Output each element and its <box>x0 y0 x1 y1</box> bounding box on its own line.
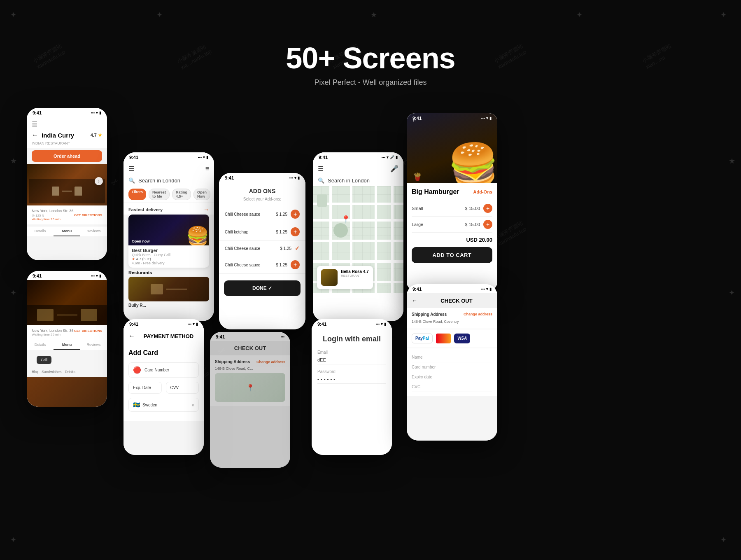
total-price: USD 20.00 <box>412 233 492 247</box>
signal-icon: ▪▪▪ <box>375 322 380 326</box>
tab-reviews[interactable]: Reviews <box>80 340 107 350</box>
email-input[interactable]: dEE <box>317 356 386 364</box>
bbq-tag[interactable]: Bbq <box>32 370 38 374</box>
checkout-title: CHECK OUT <box>210 341 290 355</box>
expiry-field[interactable]: Expiry date <box>412 372 492 382</box>
mic-icon[interactable]: 🎤 <box>390 165 398 173</box>
sandwiches-tag[interactable]: Sandwiches <box>42 370 62 374</box>
fastest-delivery-title: Fastest delivery → <box>124 203 214 215</box>
map-view[interactable]: 📍 Bella Rosa 4.7 RESTURANT <box>313 186 403 293</box>
card-fields: Name Card number Expiry date CVC <box>407 348 497 396</box>
arrow-icon[interactable]: → <box>203 206 209 213</box>
card-number-field[interactable]: 🔴 Card Number <box>128 362 199 378</box>
star-icon: ★ <box>98 133 102 138</box>
burger-subtitle: Quick Bites - Curry Grill <box>132 253 170 257</box>
card-number-field[interactable]: Card number <box>412 362 492 372</box>
addon-add-button[interactable]: + <box>291 260 300 269</box>
filter-rating-button[interactable]: Rating 4.5+ <box>172 189 191 200</box>
filter-row: Filters Nearest to Me Rating 4.5+ Open N… <box>124 186 214 203</box>
back-button[interactable]: ← <box>32 131 38 139</box>
status-bar: 9:41 ▪▪▪ ▾ ▮ <box>124 152 214 161</box>
star-decoration: ★ <box>370 10 377 19</box>
filter-nearest-button[interactable]: Nearest to Me <box>149 189 170 200</box>
addon-add-button[interactable]: + <box>291 210 300 219</box>
hamburger-icon[interactable]: ☰ <box>128 165 134 173</box>
addons-link[interactable]: Add-Ons <box>473 189 492 194</box>
back-button[interactable]: ← <box>128 332 135 340</box>
fries-decoration: 🍟 <box>413 172 422 181</box>
waiting-time: Waiting time 25 min <box>32 217 74 221</box>
payment-title: PAYMENT METHOD <box>138 333 199 339</box>
hamburger-menu[interactable]: ☰ <box>27 117 107 128</box>
status-icons: ▪▪▪ ▾ ▮ <box>481 116 492 120</box>
filter-open-button[interactable]: Open Now <box>193 189 210 200</box>
card-number-label: Card Number <box>144 368 194 372</box>
filter-all-button[interactable]: Filters <box>128 189 146 200</box>
status-time: 9:41 <box>216 334 225 339</box>
search-text[interactable]: Search in London <box>328 177 370 184</box>
wifi-icon: ▾ <box>387 155 389 159</box>
map-restaurant-card[interactable]: Bella Rosa 4.7 RESTURANT <box>317 266 373 289</box>
exp-cvv-row: Exp. Date CVV <box>128 382 199 398</box>
country-field[interactable]: 🇸🇪 Sweden ∨ <box>128 398 199 412</box>
paypal-button[interactable]: PayPal <box>412 334 433 343</box>
cvv-field[interactable]: CVV <box>166 382 199 394</box>
restaurant-thumbnail <box>321 269 338 286</box>
tab-menu[interactable]: Menu <box>54 340 80 350</box>
search-icon: 🔍 <box>318 177 324 184</box>
screen-login: 9:41 ▪▪▪ ▾ ▮ Login with email Email dEE … <box>312 319 392 455</box>
shipping-title: Shipping Address Change address <box>215 359 285 364</box>
wifi-icon: ▾ <box>294 176 296 180</box>
tab-reviews[interactable]: Reviews <box>80 226 107 236</box>
screen-checkout-center: 9:41 ▪▪▪ CHECK OUT Shipping Address Chan… <box>210 332 290 468</box>
search-row[interactable]: 🔍 Search in London <box>313 175 403 186</box>
order-ahead-button[interactable]: Order ahead <box>32 150 102 162</box>
restaurant-info: Bella Rosa 4.7 RESTURANT <box>341 269 369 286</box>
next-arrow[interactable]: › <box>95 177 103 185</box>
drinks-tag[interactable]: Drinks <box>65 370 76 374</box>
add-option-button[interactable]: + <box>483 220 492 229</box>
screen-content: 9:41 ▪▪▪ ▾ ▮ ← 🍔 🍟 Big Hamburger Add-Ons… <box>407 113 497 290</box>
change-address-link[interactable]: Change address <box>256 360 285 364</box>
change-address-link[interactable]: Change address <box>464 312 492 317</box>
addon-add-button[interactable]: + <box>291 227 300 236</box>
tab-menu[interactable]: Menu <box>54 226 80 236</box>
password-input[interactable]: •••••• <box>317 375 386 384</box>
battery-icon: ▮ <box>298 176 300 180</box>
best-burger-card[interactable]: 🍔 Open now Best Burger Quick Bites - Cur… <box>128 215 209 268</box>
hamburger-icon[interactable]: ☰ <box>318 165 324 173</box>
tab-details[interactable]: Details <box>27 340 54 350</box>
exp-date-field[interactable]: Exp. Date <box>128 382 162 394</box>
battery-icon: ▮ <box>99 111 101 115</box>
watermark: 小脑斧资源站xiaonaofu.top <box>493 42 527 70</box>
mastercard-button[interactable] <box>436 334 451 343</box>
restaurant-card[interactable] <box>128 277 209 301</box>
cvc-label: CVC <box>412 385 492 389</box>
restaurant-info: New York, London Str. 36 ◎ 125 ft Waitin… <box>27 205 107 224</box>
address-block: New York, London Str. 36 ◎ 125 ft Waitin… <box>32 209 74 221</box>
search-row[interactable]: 🔍 Search in London <box>124 175 214 186</box>
tab-details[interactable]: Details <box>27 226 54 236</box>
get-directions-button[interactable]: GET DIRECTIONS <box>74 213 102 217</box>
list-icon[interactable]: ≡ <box>205 165 209 173</box>
back-button[interactable]: ← <box>412 297 417 304</box>
map-road <box>313 260 403 263</box>
add-option-button[interactable]: + <box>483 204 492 213</box>
cvc-field[interactable]: CVC <box>412 382 492 392</box>
star-decoration: ✦ <box>10 10 16 19</box>
map-area <box>317 194 327 207</box>
get-directions-button[interactable]: GET DIRECTIONS <box>74 329 102 333</box>
option-small: Small $ 15.00 + <box>412 201 492 217</box>
done-button[interactable]: DONE ✓ <box>224 280 301 296</box>
visa-button[interactable]: VISA <box>454 334 470 343</box>
option-name: Large <box>412 222 465 227</box>
screen-content: 9:41 ▪▪▪ ▾ ▮ ☰ ← India Curry 4.7 ★ INDIA… <box>27 108 107 260</box>
map-pin[interactable]: 📍 <box>341 215 350 224</box>
grill-tab-active[interactable]: Grill <box>37 356 51 364</box>
add-to-cart-button[interactable]: ADD TO CART <box>412 247 492 263</box>
map-road <box>313 240 403 242</box>
search-text[interactable]: Search in London <box>138 177 180 184</box>
add-card-title: Add Card <box>128 349 199 357</box>
addon-name: Chili Cheese sauce <box>225 246 280 251</box>
addon-price: $ 1.25 <box>276 263 287 267</box>
